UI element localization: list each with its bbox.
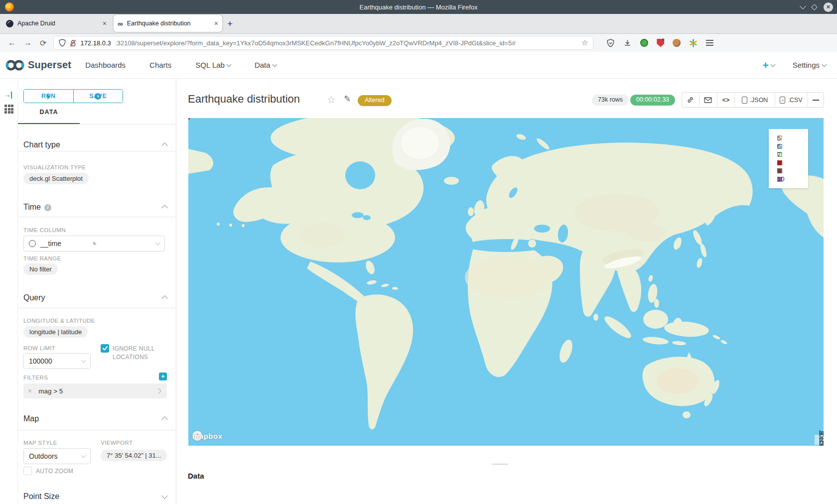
copy-link-button[interactable] [682,93,699,107]
superset-favicon: ∞ [118,20,123,27]
add-filter-button[interactable]: + [159,373,167,380]
divider [18,124,176,125]
superset-logo[interactable]: Superset [5,59,71,72]
legend-label: 6 [777,142,781,150]
tab-earthquake-distribution[interactable]: ∞ Earthquake distribution × [114,15,222,32]
datasource-grid-icon[interactable] [4,105,13,114]
nav-data[interactable]: Data [255,61,277,69]
chart-title: Earthquake distribution [188,93,300,106]
legend-entry[interactable]: 7 [777,150,808,159]
chevron-up-icon[interactable] [161,142,168,149]
remove-filter-icon[interactable]: × [28,387,32,395]
tab-data[interactable]: DATA [18,109,80,116]
window-minimize-icon[interactable] [800,3,806,9]
map-style-label: MAP STYLE [23,440,57,446]
expand-panel-icon[interactable]: →| [4,91,12,99]
legend-entry[interactable]: 9 [777,167,808,175]
window-title: Earthquake distribution — Mozilla Firefo… [0,3,837,11]
nav-charts[interactable]: Charts [149,61,171,69]
legend-label: 5 [777,134,781,142]
new-item-button[interactable]: + [763,59,775,71]
legend-entry[interactable]: 8 [777,159,808,167]
nav-sql-lab[interactable]: SQL Lab [195,61,231,69]
section-time[interactable]: Timei [23,203,51,212]
altered-badge[interactable]: Altered [358,95,392,106]
settings-menu[interactable]: Settings [793,61,826,69]
legend-entry[interactable]: 5 [777,134,808,142]
section-map[interactable]: Map [23,414,39,423]
tab-close-icon[interactable]: × [214,19,218,27]
tab-close-icon[interactable]: × [103,19,107,27]
chevron-down-icon [770,62,775,67]
chevron-up-icon[interactable] [161,416,168,423]
time-column-label: TIME COLUMN [23,227,66,233]
shield-icon[interactable] [59,39,66,47]
colorful-extension-icon[interactable] [689,39,698,47]
filter-chip[interactable]: × mag > 5 [23,383,167,398]
mapbox-logo[interactable]: mapbox [192,431,202,441]
viz-type-value[interactable]: deck.gl Scatterplot [23,173,89,184]
row-limit-select[interactable]: 100000 [23,353,91,369]
section-chart-type[interactable]: Chart type [23,140,60,149]
superset-navbar: Superset Dashboards Charts SQL Lab Data … [0,52,837,79]
email-button[interactable] [699,93,717,107]
legend-label: 8 [777,159,781,166]
file-x-icon: x [780,97,785,104]
chevron-up-icon[interactable] [161,295,168,302]
tab-apache-druid[interactable]: Apache Druid × [2,15,111,32]
file-icon [742,97,747,104]
new-tab-button[interactable]: + [227,18,233,29]
superset-infinity-icon [5,59,25,72]
divider [18,308,176,308]
export-json-button[interactable]: .JSON [734,93,774,107]
filters-label: FILTERS [23,375,48,380]
collapse-strip: →| [0,79,18,504]
link-icon [687,96,694,104]
reload-button[interactable]: ⟳ [40,38,46,48]
pocket-shield-icon[interactable] [606,39,615,47]
time-column-select[interactable]: __time [23,236,165,252]
edit-pencil-icon[interactable]: ✎ [344,94,351,104]
chart-area: Earthquake distribution ☆ ✎ Altered 73k … [176,79,837,504]
legend-entry[interactable]: 6 [777,142,808,151]
section-query[interactable]: Query [23,293,45,302]
world-map [188,118,824,446]
lonlat-value[interactable]: longitude | latitude [23,326,88,338]
save-button[interactable]: + SAVE [73,90,123,103]
back-button[interactable]: ← [8,38,16,47]
download-icon[interactable] [623,39,632,47]
improve-map-link[interactable]: Improve this map [819,429,824,446]
viz-type-label: VISUALIZATION TYPE [23,164,86,170]
viewport-value[interactable]: 7° 35' 54.02" | 31... [101,450,167,461]
window-close-icon[interactable]: × [824,2,833,12]
chevron-down-icon [81,358,86,363]
divider [18,151,176,151]
cookie-extension-icon[interactable] [673,39,681,47]
run-save-group: RUN + SAVE [23,89,123,103]
window-maximize-icon[interactable] [811,4,818,10]
extension-icon[interactable] [640,39,648,47]
url-bar[interactable]: 172.18.0.3 :32108/superset/explore/?form… [53,36,593,50]
map-legend: 5678910 [769,129,808,188]
chevron-down-icon[interactable] [161,493,168,499]
favorite-star-icon[interactable]: ☆ [327,94,336,106]
legend-entry[interactable]: 10 [777,175,808,184]
export-csv-button[interactable]: x .CSV [775,93,808,107]
auto-zoom-checkbox[interactable] [23,467,32,475]
insecure-lock-icon[interactable] [70,39,76,47]
forward-button[interactable]: → [24,38,32,47]
section-point-size[interactable]: Point Size [23,492,59,501]
bookmark-star-icon[interactable]: ☆ [581,38,588,47]
time-range-value[interactable]: No filter [23,263,58,275]
nav-dashboards[interactable]: Dashboards [85,61,126,69]
menu-icon[interactable] [706,38,713,47]
ignore-null-checkbox[interactable] [101,344,109,353]
chart-menu-button[interactable] [807,93,824,107]
map-style-select[interactable]: Outdoors [23,448,91,464]
run-button[interactable]: RUN [24,90,73,103]
adblock-icon[interactable]: 2 [657,39,664,47]
data-point [188,118,190,120]
embed-code-button[interactable]: <> [717,93,735,107]
chevron-up-icon[interactable] [161,205,168,211]
deckgl-map[interactable]: 5678910 mapbox © Mapbox © OpenStreetMap … [188,118,824,446]
